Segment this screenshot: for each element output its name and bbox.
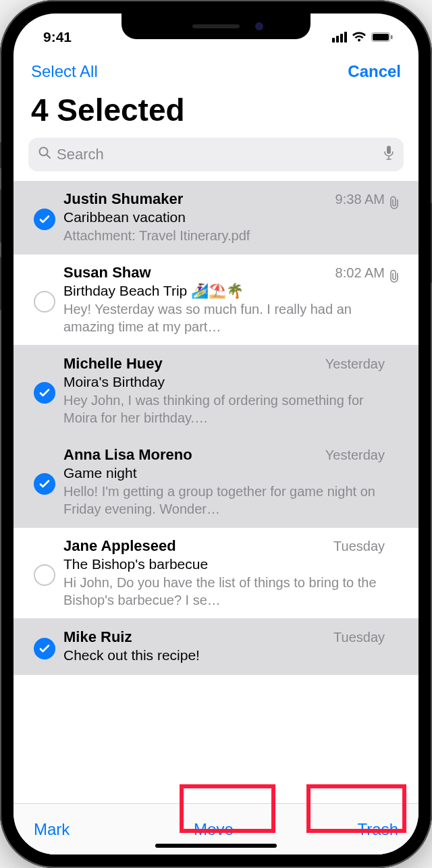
row-checkbox[interactable] — [26, 537, 63, 609]
svg-point-3 — [40, 148, 48, 156]
row-checkbox[interactable] — [26, 355, 63, 427]
status-indicators — [332, 32, 393, 43]
email-row[interactable]: Jane AppleseedTuesdayThe Bishop's barbec… — [14, 528, 418, 619]
svg-line-4 — [47, 155, 51, 159]
email-row[interactable]: Justin Shumaker9:38 AMCaribbean vacation… — [14, 181, 418, 254]
cancel-button[interactable]: Cancel — [348, 62, 401, 81]
svg-rect-1 — [373, 34, 389, 40]
row-content: Susan Shaw8:02 AMBirthday Beach Trip 🏄‍♀… — [63, 264, 385, 335]
checkmark-icon[interactable] — [34, 638, 55, 659]
svg-rect-2 — [391, 35, 393, 39]
row-content: Mike RuizTuesdayCheck out this recipe! — [63, 628, 385, 665]
select-all-button[interactable]: Select All — [31, 62, 98, 81]
side-button — [0, 189, 1, 243]
mark-button[interactable]: Mark — [34, 820, 70, 839]
attachment-indicator — [385, 190, 404, 244]
page-title: 4 Selected — [14, 88, 418, 138]
sender-name: Mike Ruiz — [63, 628, 132, 646]
row-content: Anna Lisa MorenoYesterdayGame nightHello… — [63, 446, 385, 518]
status-time: 9:41 — [43, 29, 72, 45]
row-checkbox[interactable] — [26, 446, 63, 518]
cellular-icon — [332, 32, 347, 43]
timestamp: Tuesday — [333, 630, 385, 645]
search-field[interactable] — [28, 138, 404, 171]
subject: The Bishop's barbecue — [63, 556, 385, 572]
dictation-icon[interactable] — [383, 145, 394, 164]
preview-text: Hey John, I was thinking of ordering som… — [63, 391, 385, 427]
phone-frame: 9:41 Select All Cancel 4 Selected — [0, 0, 432, 868]
paperclip-icon — [388, 196, 400, 212]
subject: Check out this recipe! — [63, 647, 385, 663]
preview-text: Hello! I'm getting a group together for … — [63, 483, 385, 518]
email-row[interactable]: Michelle HueyYesterdayMoira's BirthdayHe… — [14, 346, 418, 437]
timestamp: 8:02 AM — [335, 265, 385, 281]
sender-name: Susan Shaw — [63, 264, 151, 281]
search-icon — [38, 146, 51, 163]
attachment-indicator — [385, 537, 404, 609]
side-button — [0, 256, 1, 310]
checkmark-icon[interactable] — [34, 382, 55, 404]
subject: Moira's Birthday — [63, 374, 385, 390]
preview-text: Hi John, Do you have the list of things … — [63, 574, 385, 609]
move-button[interactable]: Move — [194, 820, 234, 839]
sender-name: Justin Shumaker — [63, 190, 183, 208]
preview-text: Attachment: Travel Itinerary.pdf — [63, 227, 385, 244]
attachment-indicator — [385, 355, 404, 427]
row-checkbox[interactable] — [26, 264, 63, 335]
row-content: Michelle HueyYesterdayMoira's BirthdayHe… — [63, 355, 385, 427]
home-indicator[interactable] — [155, 844, 277, 848]
side-button — [0, 142, 1, 169]
paperclip-icon — [388, 269, 400, 286]
nav-bar: Select All Cancel — [14, 51, 418, 88]
email-row[interactable]: Anna Lisa MorenoYesterdayGame nightHello… — [14, 437, 418, 528]
timestamp: Yesterday — [325, 356, 385, 372]
attachment-indicator — [385, 628, 404, 665]
timestamp: 9:38 AM — [335, 192, 385, 207]
email-list[interactable]: Justin Shumaker9:38 AMCaribbean vacation… — [14, 181, 418, 803]
timestamp: Tuesday — [333, 539, 385, 554]
subject: Birthday Beach Trip 🏄‍♀️⛱️🌴 — [63, 283, 385, 299]
preview-text: Hey! Yesterday was so much fun. I really… — [63, 300, 385, 335]
row-checkbox[interactable] — [26, 628, 63, 665]
notch — [122, 13, 310, 39]
row-content: Justin Shumaker9:38 AMCaribbean vacation… — [63, 190, 385, 244]
search-input[interactable] — [57, 146, 378, 163]
attachment-indicator — [385, 264, 404, 335]
checkmark-icon[interactable] — [34, 209, 55, 230]
sender-name: Michelle Huey — [63, 355, 163, 373]
empty-circle-icon[interactable] — [34, 291, 55, 313]
svg-rect-5 — [387, 146, 391, 154]
sender-name: Anna Lisa Moreno — [63, 446, 192, 464]
email-row[interactable]: Mike RuizTuesdayCheck out this recipe! — [14, 619, 418, 675]
battery-icon — [371, 32, 393, 42]
attachment-indicator — [385, 446, 404, 518]
trash-button[interactable]: Trash — [358, 820, 398, 839]
sender-name: Jane Appleseed — [63, 537, 176, 555]
subject: Caribbean vacation — [63, 209, 385, 225]
row-checkbox[interactable] — [26, 190, 63, 244]
screen: 9:41 Select All Cancel 4 Selected — [14, 13, 418, 855]
wifi-icon — [352, 32, 367, 43]
timestamp: Yesterday — [325, 447, 385, 463]
email-row[interactable]: Susan Shaw8:02 AMBirthday Beach Trip 🏄‍♀… — [14, 254, 418, 346]
subject: Game night — [63, 465, 385, 481]
row-content: Jane AppleseedTuesdayThe Bishop's barbec… — [63, 537, 385, 609]
empty-circle-icon[interactable] — [34, 564, 55, 586]
checkmark-icon[interactable] — [34, 473, 55, 495]
